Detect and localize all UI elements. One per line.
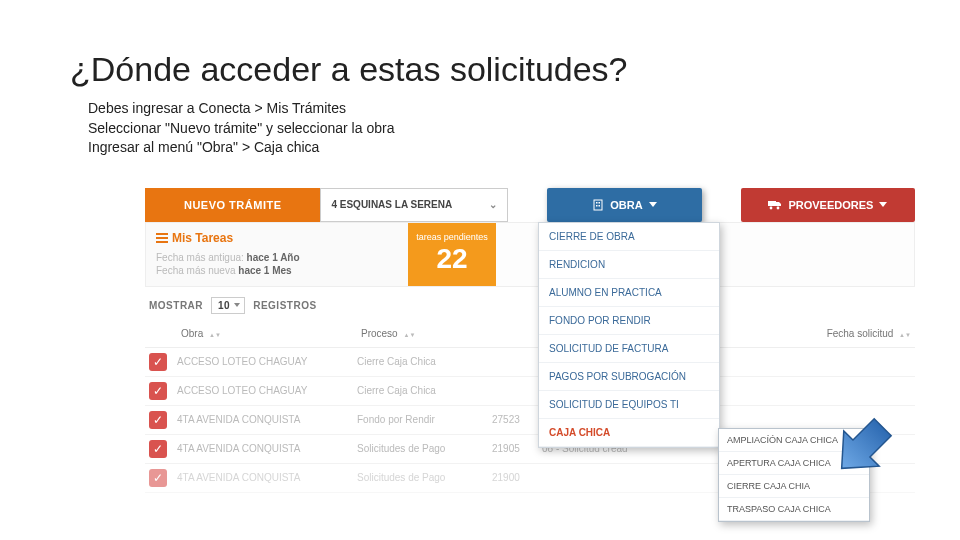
- cell-proceso: Cierre Caja Chica: [357, 356, 492, 367]
- step-1: Debes ingresar a Conecta > Mis Trámites: [88, 99, 890, 119]
- sort-icon: ▲▼: [209, 333, 221, 338]
- proveedores-menu-button[interactable]: PROVEEDORES: [741, 188, 915, 222]
- submenu-item[interactable]: CIERRE CAJA CHIA: [719, 475, 869, 498]
- sort-icon: ▲▼: [899, 333, 911, 338]
- col-obra[interactable]: Obra ▲▼: [181, 328, 361, 339]
- summary-row: Mis Tareas Fecha más antigua: hace 1 Año…: [145, 222, 915, 287]
- obra-dropdown: CIERRE DE OBRA RENDICION ALUMNO EN PRACT…: [538, 222, 720, 448]
- cell-obra: ACCESO LOTEO CHAGUAY: [177, 385, 357, 396]
- table-header: Obra ▲▼ Proceso ▲▼ Fecha solicitud ▲▼: [145, 320, 915, 348]
- tareas-pendientes-label: tareas pendientes: [416, 233, 488, 243]
- table-row[interactable]: ✓ ACCESO LOTEO CHAGUAY Cierre Caja Chica: [145, 377, 915, 406]
- obra-menu-item[interactable]: CIERRE DE OBRA: [539, 223, 719, 251]
- tareas-pendientes-count: 22: [436, 243, 467, 275]
- fecha-nueva-label: Fecha más nueva: [156, 265, 236, 276]
- table-row[interactable]: ✓ ACCESO LOTEO CHAGUAY Cierre Caja Chica: [145, 348, 915, 377]
- caret-down-icon: [649, 202, 657, 207]
- cell-num: 21905: [492, 443, 542, 454]
- svg-rect-8: [156, 233, 168, 235]
- col-fecha[interactable]: Fecha solicitud ▲▼: [801, 328, 911, 339]
- fecha-antigua-value: hace 1 Año: [247, 252, 300, 263]
- top-bar: NUEVO TRÁMITE 4 ESQUINAS LA SERENA ⌄ OBR…: [145, 188, 915, 222]
- nuevo-tramite-button[interactable]: NUEVO TRÁMITE: [145, 188, 320, 222]
- mis-tareas-panel: Mis Tareas Fecha más antigua: hace 1 Año…: [146, 223, 408, 286]
- proveedores-label: PROVEEDORES: [788, 199, 873, 211]
- obra-menu-button[interactable]: OBRA: [547, 188, 702, 222]
- chevron-down-icon: ⌄: [489, 199, 497, 210]
- cell-proceso: Cierre Caja Chica: [357, 385, 492, 396]
- cell-proceso: Solicitudes de Pago: [357, 472, 492, 483]
- svg-rect-5: [768, 201, 776, 206]
- check-icon[interactable]: ✓: [149, 353, 167, 371]
- obra-menu-item[interactable]: ALUMNO EN PRACTICA: [539, 279, 719, 307]
- obra-menu-item-caja-chica[interactable]: CAJA CHICA: [539, 419, 719, 447]
- list-icon: [156, 233, 168, 243]
- mostrar-label: MOSTRAR: [149, 300, 203, 311]
- submenu-item[interactable]: TRASPASO CAJA CHICA: [719, 498, 869, 521]
- fecha-nueva-value: hace 1 Mes: [238, 265, 291, 276]
- obra-menu-item[interactable]: SOLICITUD DE FACTURA: [539, 335, 719, 363]
- page-size-control: MOSTRAR 10 REGISTROS: [145, 287, 915, 320]
- check-icon[interactable]: ✓: [149, 382, 167, 400]
- obra-select[interactable]: 4 ESQUINAS LA SERENA ⌄: [320, 188, 508, 222]
- obra-menu-item[interactable]: FONDO POR RENDIR: [539, 307, 719, 335]
- col-proceso[interactable]: Proceso ▲▼: [361, 328, 496, 339]
- cell-num: 27523: [492, 414, 542, 425]
- cell-obra: ACCESO LOTEO CHAGUAY: [177, 356, 357, 367]
- fecha-antigua-label: Fecha más antigua:: [156, 252, 244, 263]
- obra-menu-item[interactable]: RENDICION: [539, 251, 719, 279]
- cell-proceso: Fondo por Rendir: [357, 414, 492, 425]
- step-2: Seleccionar "Nuevo trámite" y selecciona…: [88, 119, 890, 139]
- obra-select-value: 4 ESQUINAS LA SERENA: [331, 199, 452, 210]
- svg-rect-3: [596, 205, 598, 207]
- check-icon[interactable]: ✓: [149, 411, 167, 429]
- cell-obra: 4TA AVENIDA CONQUISTA: [177, 443, 357, 454]
- sort-icon: ▲▼: [403, 333, 415, 338]
- step-3: Ingresar al menú "Obra" > Caja chica: [88, 138, 890, 158]
- cell-num: 21900: [492, 472, 542, 483]
- obra-menu-item[interactable]: SOLICITUD DE EQUIPOS TI: [539, 391, 719, 419]
- svg-rect-1: [596, 202, 598, 204]
- check-icon[interactable]: ✓: [149, 469, 167, 487]
- obra-menu-label: OBRA: [610, 199, 642, 211]
- check-icon[interactable]: ✓: [149, 440, 167, 458]
- obra-menu-item[interactable]: PAGOS POR SUBROGACIÓN: [539, 363, 719, 391]
- svg-rect-10: [156, 241, 168, 243]
- cell-obra: 4TA AVENIDA CONQUISTA: [177, 414, 357, 425]
- svg-rect-9: [156, 237, 168, 239]
- instruction-steps: Debes ingresar a Conecta > Mis Trámites …: [88, 99, 890, 158]
- tareas-pendientes-badge[interactable]: tareas pendientes 22: [408, 223, 496, 286]
- registros-label: REGISTROS: [253, 300, 316, 311]
- svg-point-7: [777, 206, 780, 209]
- cell-obra: 4TA AVENIDA CONQUISTA: [177, 472, 357, 483]
- mis-tareas-title: Mis Tareas: [156, 231, 398, 245]
- cell-proceso: Solicitudes de Pago: [357, 443, 492, 454]
- caret-down-icon: [879, 202, 887, 207]
- svg-rect-4: [599, 205, 601, 207]
- page-title: ¿Dónde acceder a estas solicitudes?: [70, 50, 890, 89]
- app-screenshot: NUEVO TRÁMITE 4 ESQUINAS LA SERENA ⌄ OBR…: [145, 188, 915, 493]
- truck-icon: [768, 200, 782, 210]
- svg-rect-0: [594, 200, 602, 210]
- building-icon: [592, 199, 604, 211]
- svg-rect-2: [599, 202, 601, 204]
- svg-point-6: [770, 206, 773, 209]
- page-size-select[interactable]: 10: [211, 297, 245, 314]
